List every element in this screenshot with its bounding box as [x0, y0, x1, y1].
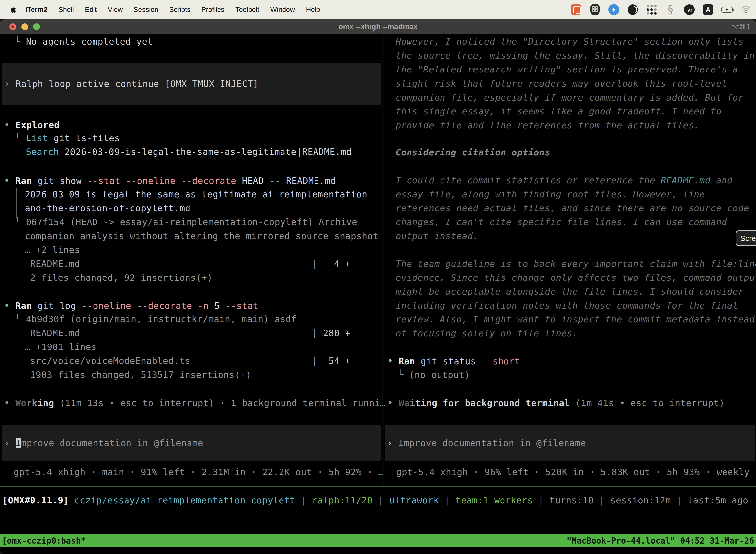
zoom-button[interactable] — [33, 23, 40, 30]
reasoning-paragraph-line: review. Also, I might want to inspect th… — [396, 313, 755, 326]
bullet-icon: • — [4, 298, 15, 312]
git-status-command: •Ran git status --short — [387, 354, 520, 368]
omx-status-line: [OMX#0.11.9] cczip/essay/ai-reimplementa… — [2, 493, 748, 507]
spark-badge-icon[interactable] — [608, 4, 620, 15]
pane-divider-vertical[interactable] — [383, 34, 383, 486]
menubar-status-icons: § ..61 A — [570, 0, 752, 19]
dots-grid-icon[interactable] — [646, 4, 657, 15]
reasoning-paragraph-line: changes, I can't cite specific file line… — [396, 215, 727, 229]
squiggle-icon[interactable]: § — [665, 4, 676, 15]
menu-item-scripts[interactable]: Scripts — [164, 6, 196, 14]
tmux-status-bar: [omx-cczip0:bash* "MacBook-Pro-44.local"… — [0, 535, 756, 547]
menu-item-view[interactable]: View — [102, 6, 128, 14]
screen-tooltip: Scre — [736, 230, 756, 246]
prompt-input-right[interactable]: › Improve documentation in @filename — [385, 425, 755, 461]
git-log-summary-line: 1903 files changed, 513517 insertions(+) — [30, 368, 251, 382]
menu-bar: iTerm2 Shell Edit View Session Scripts P… — [0, 0, 756, 19]
minimize-button[interactable] — [21, 23, 28, 30]
tree-line — [16, 188, 17, 218]
reasoning-paragraph-line: provide file and line references from th… — [396, 118, 699, 132]
ralph-counter: ralph:11/20 — [312, 495, 373, 505]
git-log-output-line: … +1901 lines — [25, 340, 97, 354]
menu-item-toolbelt[interactable]: Toolbelt — [230, 6, 265, 14]
no-agents-line: └ No agents completed yet — [15, 35, 153, 49]
git-show-command: •Ran git show --stat --oneline --decorat… — [4, 173, 336, 187]
apple-icon — [9, 5, 17, 14]
apple-menu[interactable] — [9, 5, 17, 14]
reasoning-paragraph-line: slight risk that future readers may over… — [396, 77, 727, 91]
iterm2-window: omx --xhigh --madmax ⌥⌘1 └ No agents com… — [0, 19, 756, 554]
git-show-output-line: └ 067f154 (HEAD -> essay/ai-reimplementa… — [15, 215, 358, 229]
git-log-stat-line: src/voice/voiceModeEnabled.ts | 54 + — [30, 354, 351, 368]
ralph-loop-box: › Ralph loop active continue [OMX_TMUX_I… — [2, 63, 381, 105]
menu-item-edit[interactable]: Edit — [79, 6, 102, 14]
working-status-line: •Working (11m 13s • esc to interrupt) · … — [4, 396, 385, 409]
battery-icon[interactable] — [721, 4, 733, 15]
text-cursor: I — [16, 438, 21, 448]
git-show-stat-line: README.md | 4 + — [30, 257, 351, 271]
close-button[interactable] — [9, 23, 16, 30]
prompt-input-left[interactable]: › Improve documentation in @filename — [2, 425, 381, 461]
waiting-status-line: •Waiting for background terminal (1m 41s… — [387, 396, 724, 409]
reasoning-paragraph-line: of focusing solely on file lines. — [396, 326, 578, 340]
window-title: omx --xhigh --madmax — [338, 22, 418, 31]
reasoning-paragraph-line: essay file, along with finding root file… — [396, 187, 705, 201]
reasoning-paragraph-line: evidence. Since this change only affects… — [396, 271, 756, 285]
git-show-output-line: companion analysis without altering the … — [25, 229, 378, 243]
menu-item-help[interactable]: Help — [300, 6, 326, 14]
bullet-icon: • — [4, 396, 15, 409]
menu-item-profiles[interactable]: Profiles — [196, 6, 230, 14]
git-log-stat-line: README.md | 280 + — [30, 326, 351, 340]
menu-item-session[interactable]: Session — [128, 6, 164, 14]
bullet-icon: • — [387, 354, 398, 368]
git-show-output-line: … +2 lines — [25, 243, 80, 257]
model-status-line-left: gpt-5.4 xhigh · main · 91% left · 2.31M … — [14, 465, 384, 479]
input-source-icon[interactable]: A — [702, 4, 714, 15]
reasoning-paragraph-line: the "Related research writing" section i… — [396, 63, 738, 76]
tmux-host-clock: "MacBook-Pro-44.local" 04:52 31-Mar-26 — [567, 536, 754, 546]
tmux-session-label[interactable]: [omx-cczip0:bash* — [2, 536, 86, 546]
git-log-command: •Ran git log --oneline --decorate -n 5 -… — [4, 298, 258, 312]
ralph-loop-line: › Ralph loop active continue [OMX_TMUX_I… — [2, 77, 259, 91]
explored-header: •Explored — [4, 118, 60, 131]
reasoning-paragraph-line: companion file, especially if more comme… — [396, 91, 744, 105]
window-shortcut-badge: ⌥⌘1 — [731, 19, 751, 34]
reasoning-paragraph-line: output instead. — [396, 229, 479, 243]
git-show-summary-line: 2 files changed, 92 insertions(+) — [30, 271, 212, 285]
model-status-line-right: gpt-5.4 xhigh · 96% left · 520K in · 5.8… — [396, 465, 756, 479]
bullet-icon: • — [4, 118, 15, 131]
crescent-circle-icon[interactable] — [627, 4, 638, 15]
badge-61-icon[interactable]: ..61 — [684, 4, 695, 15]
readme-link: README.md — [661, 175, 710, 185]
team-workers-badge: team:1 workers — [455, 495, 533, 505]
menu-item-iterm2[interactable]: iTerm2 — [20, 6, 53, 14]
window-title-bar[interactable]: omx --xhigh --madmax ⌥⌘1 — [0, 19, 756, 34]
git-status-output-line: └ (no output) — [398, 368, 470, 382]
reasoning-paragraph-line: the source tree, missing the essay. Stil… — [396, 49, 755, 63]
explored-search-line: Search 2026-03-09-is-legal-the-same-as-l… — [26, 145, 352, 159]
reasoning-heading: Considering citation options — [396, 146, 550, 159]
reasoning-paragraph-line: including verification notes with those … — [396, 298, 738, 313]
menu-item-window[interactable]: Window — [265, 6, 301, 14]
bullet-icon: • — [387, 396, 398, 409]
bullet-icon: • — [4, 173, 15, 187]
reasoning-paragraph-line: this single essay, it seems like a good … — [396, 105, 721, 118]
reasoning-paragraph-line: references need actual files, and since … — [396, 201, 749, 215]
git-show-output-line: 2026-03-09-is-legal-the-same-as-legitima… — [25, 187, 373, 201]
reasoning-paragraph-line: However, I noticed the "Directory Struct… — [396, 35, 744, 49]
prompt-text: › Improve documentation in @filename — [385, 436, 586, 450]
git-show-output-line: and-the-erosion-of-copyleft.md — [25, 201, 190, 215]
explored-list-line: └ List git ls-files — [15, 131, 120, 145]
reasoning-paragraph-line: I could cite commit statistics or refere… — [396, 173, 733, 187]
prompt-text: › Improve documentation in @filename — [2, 436, 203, 450]
shield-grid-icon[interactable] — [589, 4, 601, 15]
wifi-icon[interactable] — [740, 4, 752, 15]
menu-item-shell[interactable]: Shell — [53, 6, 79, 14]
pane-divider-horizontal — [0, 486, 756, 487]
chat-bubble-icon[interactable] — [570, 4, 582, 15]
ultrawork-badge: ultrawork — [389, 495, 439, 505]
reasoning-paragraph-line: might be acceptable alongside the file l… — [396, 285, 744, 298]
reasoning-paragraph-line: The team guideline is to back every impo… — [396, 257, 756, 271]
git-log-output-line: └ 4b9d30f (origin/main, instructkr/main,… — [15, 312, 297, 326]
